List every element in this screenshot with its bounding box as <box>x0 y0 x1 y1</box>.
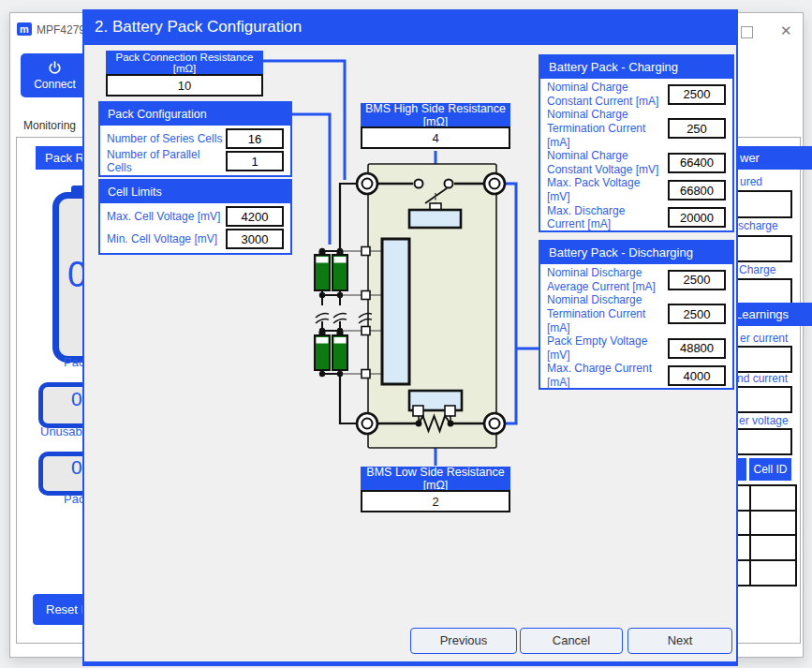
series-cells-input[interactable] <box>226 128 284 149</box>
max-cell-voltage-row: Max. Cell Voltage [mV] <box>100 205 290 228</box>
series-cells-label: Number of Series Cells <box>107 132 226 145</box>
min-cell-voltage-input[interactable] <box>226 229 284 249</box>
max-pack-voltage-label: Max. Pack Voltage [mV] <box>547 176 668 203</box>
pack-configuration-title: Pack Configuration <box>100 103 290 126</box>
discharging-row: Max. Charge Current [mA] <box>540 362 732 389</box>
battery-pack-charging-panel: Battery Pack - Charging Nominal Charge C… <box>539 54 734 232</box>
charging-row: Max. Discharge Current [mA] <box>540 204 732 231</box>
discharging-row: Nominal Discharge Termination Current [m… <box>540 293 732 334</box>
battery-pack-discharging-panel: Battery Pack - Discharging Nominal Disch… <box>539 240 734 390</box>
previous-button[interactable]: Previous <box>410 628 517 654</box>
measured-label: ured <box>740 175 762 188</box>
max-discharge-current-label: Max. Discharge Current [mA] <box>547 204 668 231</box>
charging-row: Nominal Charge Termination Current [mA] <box>540 108 732 149</box>
unusable-gauge-label: Unusabl <box>40 424 85 438</box>
max-discharge-current-input[interactable] <box>668 207 726 228</box>
window-title: MPF4279 <box>37 23 85 37</box>
battery-pack-configuration-dialog: 2. Battery Pack Configuration Pack Conne… <box>82 9 738 666</box>
bms-low-side-resistance-header: BMS Low Side Resistance [mΩ] <box>361 467 510 490</box>
charging-row: Nominal Charge Constant Current [mA] <box>540 81 732 108</box>
pack-connection-resistance-input[interactable] <box>106 74 263 96</box>
connect-button[interactable]: Connect <box>21 53 89 97</box>
connect-button-label: Connect <box>34 78 76 91</box>
maximize-icon[interactable] <box>741 26 753 38</box>
bms-high-side-resistance-header: BMS High Side Resistance [mΩ] <box>361 103 510 126</box>
pack-gauge-2-value: 0 <box>71 456 82 479</box>
charging-panel-title: Battery Pack - Charging <box>540 56 732 79</box>
max-charge-current-label: Max. Charge Current [mA] <box>547 362 668 389</box>
pack-empty-voltage-label: Pack Empty Voltage [mV] <box>547 334 668 362</box>
nominal-charge-termination-current-input[interactable] <box>668 118 726 139</box>
charge-label: Charge <box>739 263 775 276</box>
pack-connection-resistance-header: Pack Connection Resistance [mΩ] <box>106 51 263 74</box>
nominal-charge-constant-current-input[interactable] <box>668 84 726 105</box>
min-cell-voltage-row: Min. Cell Voltage [mV] <box>100 228 290 250</box>
charging-row: Max. Pack Voltage [mV] <box>540 176 732 203</box>
current-label-2: nd current <box>737 372 788 385</box>
discharging-panel-title: Battery Pack - Discharging <box>540 242 732 264</box>
current-label-1: er current <box>740 332 788 345</box>
discharging-row: Pack Empty Voltage [mV] <box>540 334 732 362</box>
charging-row: Nominal Charge Constant Voltage [mV] <box>540 149 732 176</box>
nominal-charge-termination-current-label: Nominal Charge Termination Current [mA] <box>547 108 668 149</box>
nominal-discharge-termination-current-label: Nominal Discharge Termination Current [m… <box>547 293 668 334</box>
cancel-button[interactable]: Cancel <box>520 628 623 654</box>
discharge-label: scharge <box>738 219 778 232</box>
bms-high-side-resistance-input[interactable] <box>361 126 510 149</box>
max-charge-current-input[interactable] <box>668 365 726 386</box>
min-cell-voltage-label: Min. Cell Voltage [mV] <box>107 232 226 245</box>
cell-limits-title: Cell Limits <box>100 181 290 203</box>
cell-id-field[interactable] <box>749 559 797 586</box>
nominal-charge-constant-current-label: Nominal Charge Constant Current [mA] <box>547 81 668 108</box>
nominal-charge-constant-voltage-input[interactable] <box>668 153 726 173</box>
nominal-discharge-termination-current-input[interactable] <box>668 304 726 324</box>
nominal-discharge-average-current-input[interactable] <box>668 270 726 290</box>
series-cells-row: Number of Series Cells <box>100 127 290 150</box>
close-icon[interactable]: ✕ <box>780 22 792 39</box>
max-cell-voltage-input[interactable] <box>226 206 284 227</box>
cell-id-field[interactable] <box>749 510 797 537</box>
dialog-titlebar: 2. Battery Pack Configuration <box>82 9 738 45</box>
pack-configuration-panel: Pack Configuration Number of Series Cell… <box>98 101 292 177</box>
dialog-title: 2. Battery Pack Configuration <box>82 9 738 45</box>
pack-empty-voltage-input[interactable] <box>668 338 726 359</box>
next-button[interactable]: Next <box>627 628 732 654</box>
parallel-cells-input[interactable] <box>226 151 284 171</box>
max-pack-voltage-input[interactable] <box>668 180 726 200</box>
cell-id-header: Cell ID <box>749 458 791 481</box>
mps-logo: m <box>17 22 32 36</box>
discharging-row: Nominal Discharge Average Current [mA] <box>540 266 732 293</box>
dialog-bottom-border <box>82 661 738 666</box>
tab-monitoring[interactable]: Monitoring <box>23 119 76 132</box>
parallel-cells-label: Number of Parallel Cells <box>107 148 226 174</box>
cell-id-field[interactable] <box>749 534 797 561</box>
max-cell-voltage-label: Max. Cell Voltage [mV] <box>107 210 226 223</box>
voltage-label: er voltage <box>739 414 789 427</box>
power-icon <box>47 60 63 76</box>
nominal-charge-constant-voltage-label: Nominal Charge Constant Voltage [mV] <box>547 149 668 176</box>
unusable-gauge-value: 0 <box>71 388 82 410</box>
cell-id-field[interactable] <box>749 484 797 512</box>
bms-low-side-resistance-input[interactable] <box>361 490 510 512</box>
cell-limits-panel: Cell Limits Max. Cell Voltage [mV] Min. … <box>98 179 292 255</box>
parallel-cells-row: Number of Parallel Cells <box>100 150 290 172</box>
nominal-discharge-average-current-label: Nominal Discharge Average Current [mA] <box>547 266 668 293</box>
